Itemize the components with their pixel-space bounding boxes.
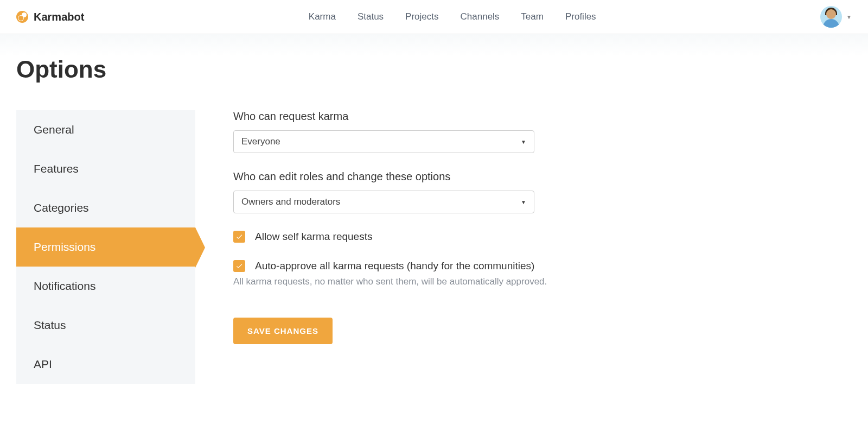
- sidebar-item-notifications[interactable]: Notifications: [16, 267, 195, 306]
- sidebar-item-categories[interactable]: Categories: [16, 188, 195, 227]
- field-request-karma: Who can request karma Everyone ▼: [233, 110, 613, 153]
- field-edit-roles: Who can edit roles and change these opti…: [233, 170, 613, 213]
- checkbox-label: Allow self karma requests: [255, 231, 372, 243]
- save-button[interactable]: SAVE CHANGES: [233, 318, 333, 344]
- nav-profiles[interactable]: Profiles: [565, 11, 596, 22]
- sidebar-item-general[interactable]: General: [16, 110, 195, 149]
- nav-status[interactable]: Status: [358, 11, 384, 22]
- chevron-down-icon: ▼: [521, 199, 526, 205]
- sidebar-item-permissions[interactable]: Permissions: [16, 227, 195, 267]
- logo-text: Karmabot: [34, 11, 84, 23]
- sidebar-item-api[interactable]: API: [16, 345, 195, 384]
- chevron-down-icon: ▼: [846, 14, 852, 20]
- main-panel: Who can request karma Everyone ▼ Who can…: [233, 110, 613, 384]
- checkbox-self-karma: Allow self karma requests: [233, 231, 613, 243]
- sidebar-item-features[interactable]: Features: [16, 149, 195, 188]
- logo-icon: [16, 11, 28, 23]
- checkbox-allow-self-karma[interactable]: [233, 231, 245, 243]
- check-icon: [235, 262, 243, 270]
- select-value: Everyone: [241, 136, 280, 147]
- header: Karmabot Karma Status Projects Channels …: [0, 0, 868, 34]
- checkbox-auto-approve: Auto-approve all karma requests (handy f…: [233, 260, 613, 287]
- nav-karma[interactable]: Karma: [309, 11, 336, 22]
- user-menu[interactable]: ▼: [820, 6, 852, 28]
- sidebar-item-status[interactable]: Status: [16, 306, 195, 345]
- logo[interactable]: Karmabot: [16, 11, 84, 23]
- field-label: Who can edit roles and change these opti…: [233, 170, 613, 183]
- checkbox-label: Auto-approve all karma requests (handy f…: [255, 260, 534, 272]
- content-area: General Features Categories Permissions …: [16, 110, 852, 384]
- nav-channels[interactable]: Channels: [461, 11, 500, 22]
- nav-projects[interactable]: Projects: [405, 11, 438, 22]
- avatar: [820, 6, 842, 28]
- checkbox-auto-approve-requests[interactable]: [233, 260, 245, 272]
- top-nav: Karma Status Projects Channels Team Prof…: [309, 11, 596, 22]
- select-edit-roles[interactable]: Owners and moderators ▼: [233, 191, 534, 213]
- page-title: Options: [16, 56, 852, 83]
- helper-text: All karma requests, no matter who sent t…: [233, 276, 613, 287]
- select-request-karma[interactable]: Everyone ▼: [233, 130, 534, 153]
- sidebar: General Features Categories Permissions …: [16, 110, 195, 384]
- page-body: Options General Features Categories Perm…: [0, 34, 868, 406]
- field-label: Who can request karma: [233, 110, 613, 123]
- check-icon: [235, 233, 243, 241]
- chevron-down-icon: ▼: [521, 139, 526, 145]
- select-value: Owners and moderators: [241, 197, 340, 207]
- nav-team[interactable]: Team: [521, 11, 544, 22]
